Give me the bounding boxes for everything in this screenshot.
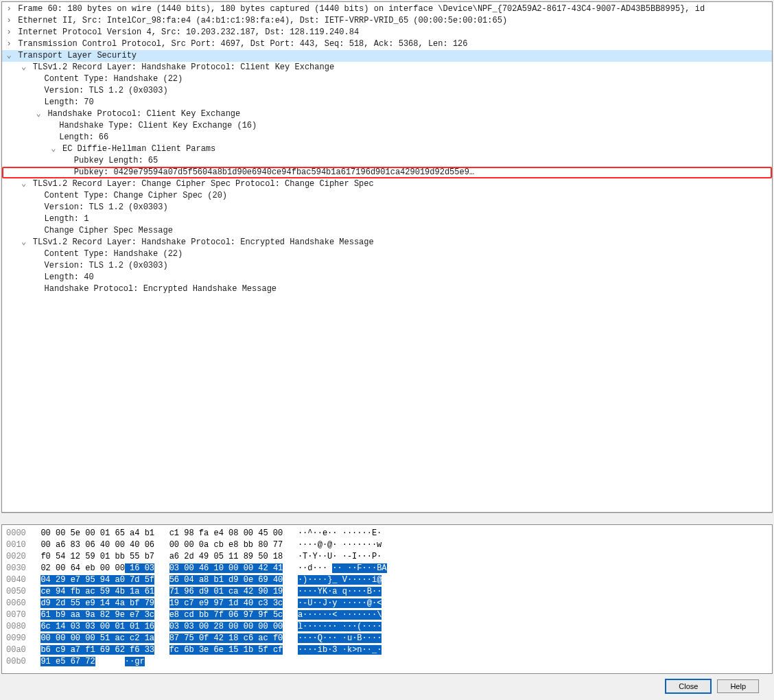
help-button[interactable]: Help	[717, 679, 759, 693]
tree-pubkey-length[interactable]: Pubkey Length: 65	[2, 155, 772, 167]
chevron-down-icon[interactable]: ⌄	[20, 237, 28, 248]
chevron-right-icon[interactable]: ›	[5, 3, 13, 15]
tree-encrypted-msg[interactable]: Handshake Protocol: Encrypted Handshake …	[2, 283, 772, 295]
hex-row[interactable]: 0030 02 00 64 eb 00 00 16 03 03 00 46 10…	[6, 563, 768, 574]
tree-tls-record-2[interactable]: ⌄ TLSv1.2 Record Layer: Change Cipher Sp…	[2, 178, 772, 190]
hex-row[interactable]: 0080 6c 14 03 03 00 01 01 16 03 03 00 28…	[6, 621, 768, 633]
tree-length[interactable]: Length: 1	[2, 213, 772, 225]
tree-pubkey[interactable]: Pubkey: 0429e79594a07d5f5604a8b1d90e6940…	[2, 167, 772, 178]
hex-row[interactable]: 0010 00 a6 83 06 40 00 40 06 00 00 0a cb…	[6, 539, 768, 551]
chevron-down-icon[interactable]: ⌄	[49, 143, 58, 155]
hex-row[interactable]: 00b0 91 e5 67 72 ··gr	[6, 656, 768, 668]
hex-row[interactable]: 0060 d9 2d 55 e9 14 4a bf 79 19 c7 e9 97…	[6, 598, 768, 609]
tree-tls[interactable]: ⌄ Transport Layer Security	[2, 50, 772, 62]
packet-detail-pane[interactable]: › Frame 60: 180 bytes on wire (1440 bits…	[1, 1, 773, 513]
tree-content-type[interactable]: Content Type: Change Cipher Spec (20)	[2, 190, 772, 202]
tree-tls-record-3[interactable]: ⌄ TLSv1.2 Record Layer: Handshake Protoc…	[2, 237, 772, 248]
chevron-down-icon[interactable]: ⌄	[20, 178, 28, 190]
tree-ethernet[interactable]: › Ethernet II, Src: IntelCor_98:fa:e4 (a…	[2, 15, 772, 27]
tree-length[interactable]: Length: 40	[2, 272, 772, 283]
dialog-button-bar: Close Help	[1, 674, 773, 699]
tree-handshake-protocol[interactable]: ⌄ Handshake Protocol: Client Key Exchang…	[2, 108, 772, 120]
tree-handshake-type[interactable]: Handshake Type: Client Key Exchange (16)	[2, 120, 772, 132]
tree-version[interactable]: Version: TLS 1.2 (0x0303)	[2, 260, 772, 272]
chevron-down-icon[interactable]: ⌄	[20, 62, 28, 73]
hex-dump-pane[interactable]: 0000 00 00 5e 00 01 65 a4 b1 c1 98 fa e4…	[1, 524, 773, 674]
chevron-down-icon[interactable]: ⌄	[34, 108, 43, 120]
tree-tls-record-1[interactable]: ⌄ TLSv1.2 Record Layer: Handshake Protoc…	[2, 62, 772, 73]
hex-row[interactable]: 0000 00 00 5e 00 01 65 a4 b1 c1 98 fa e4…	[6, 528, 768, 539]
hex-row[interactable]: 0090 00 00 00 00 51 ac c2 1a 87 75 0f 42…	[6, 633, 768, 644]
chevron-right-icon[interactable]: ›	[5, 15, 13, 27]
hex-row[interactable]: 0020 f0 54 12 59 01 bb 55 b7 a6 2d 49 05…	[6, 551, 768, 563]
hex-row[interactable]: 0050 ce 94 fb ac 59 4b 1a 61 71 96 d9 01…	[6, 586, 768, 598]
tree-ip[interactable]: › Internet Protocol Version 4, Src: 10.2…	[2, 27, 772, 38]
tree-content-type[interactable]: Content Type: Handshake (22)	[2, 248, 772, 260]
tree-ecdh-params[interactable]: ⌄ EC Diffie-Hellman Client Params	[2, 143, 772, 155]
hex-row[interactable]: 0040 04 29 e7 95 94 a0 7d 5f 56 04 a8 b1…	[6, 574, 768, 586]
tree-handshake-length[interactable]: Length: 66	[2, 132, 772, 143]
tree-version[interactable]: Version: TLS 1.2 (0x0303)	[2, 202, 772, 213]
protocol-tree: › Frame 60: 180 bytes on wire (1440 bits…	[2, 2, 772, 296]
scrollbar-horizontal[interactable]	[1, 513, 773, 523]
tree-content-type[interactable]: Content Type: Handshake (22)	[2, 73, 772, 85]
hex-row[interactable]: 00a0 b6 c9 a7 f1 69 62 f6 33 fc 6b 3e 6e…	[6, 644, 768, 656]
tree-length[interactable]: Length: 70	[2, 97, 772, 108]
hex-row[interactable]: 0070 61 b9 aa 9a 82 9e e7 3c e8 cd bb 7f…	[6, 609, 768, 621]
tree-ccs-message[interactable]: Change Cipher Spec Message	[2, 225, 772, 237]
chevron-right-icon[interactable]: ›	[5, 38, 13, 50]
close-button[interactable]: Close	[665, 679, 712, 694]
chevron-right-icon[interactable]: ›	[5, 27, 13, 38]
tree-version[interactable]: Version: TLS 1.2 (0x0303)	[2, 85, 772, 97]
chevron-down-icon[interactable]: ⌄	[5, 50, 13, 62]
tree-frame[interactable]: › Frame 60: 180 bytes on wire (1440 bits…	[2, 3, 772, 15]
tree-tcp[interactable]: › Transmission Control Protocol, Src Por…	[2, 38, 772, 50]
